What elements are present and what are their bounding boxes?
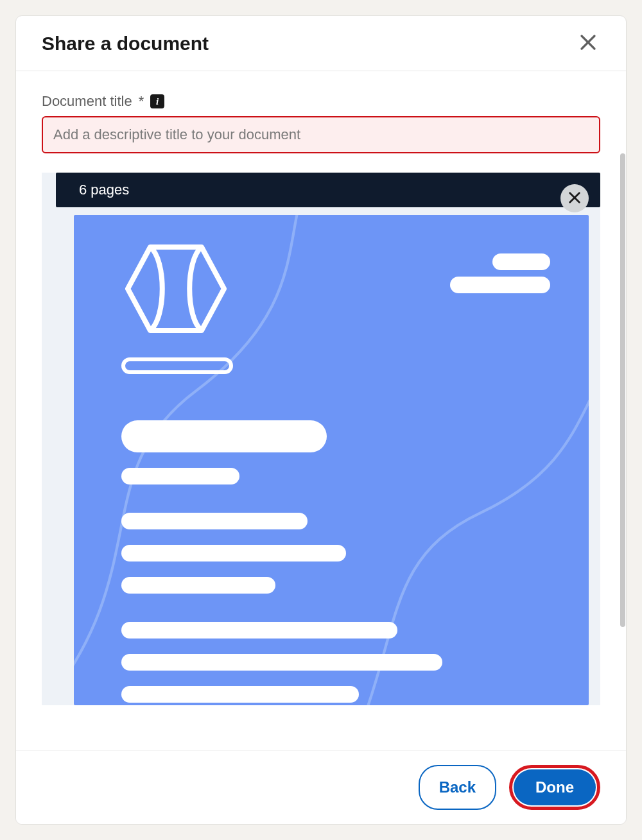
back-button[interactable]: Back — [419, 765, 496, 810]
title-label-row: Document title * i — [42, 93, 600, 110]
done-button-highlight: Done — [509, 765, 600, 810]
placeholder-line — [492, 253, 550, 270]
document-page-thumbnail — [74, 215, 589, 705]
modal-title: Share a document — [42, 33, 209, 55]
modal-footer: Back Done — [16, 750, 626, 824]
placeholder-line — [450, 277, 550, 293]
scrollbar-thumb[interactable] — [620, 153, 625, 627]
document-preview: 6 pages — [42, 173, 600, 705]
modal-header: Share a document — [16, 16, 626, 71]
close-icon — [568, 191, 582, 207]
document-body-lines — [121, 420, 550, 705]
page-count-label: 6 pages — [56, 173, 600, 207]
hexagon-logo-icon — [121, 234, 230, 343]
close-icon — [578, 33, 598, 54]
modal-body: Document title * i 6 pages — [16, 71, 626, 750]
done-button[interactable]: Done — [514, 769, 596, 805]
top-right-meta — [450, 253, 550, 293]
placeholder-line — [121, 513, 308, 529]
close-button[interactable] — [576, 30, 600, 56]
required-marker: * — [139, 93, 144, 110]
placeholder-line — [121, 577, 275, 594]
logo-underline — [121, 357, 233, 374]
share-document-modal: Share a document Document title * i 6 pa… — [15, 15, 627, 825]
placeholder-line — [121, 686, 359, 703]
document-title-label: Document title — [42, 93, 132, 110]
document-title-input[interactable] — [42, 116, 600, 153]
info-icon[interactable]: i — [150, 94, 164, 108]
document-stage — [42, 173, 600, 705]
document-logo — [121, 234, 233, 374]
placeholder-line — [121, 468, 239, 484]
placeholder-line — [121, 654, 442, 671]
placeholder-line — [121, 545, 346, 561]
placeholder-line — [121, 622, 397, 639]
remove-document-button[interactable] — [560, 184, 589, 212]
placeholder-heading — [121, 420, 327, 452]
